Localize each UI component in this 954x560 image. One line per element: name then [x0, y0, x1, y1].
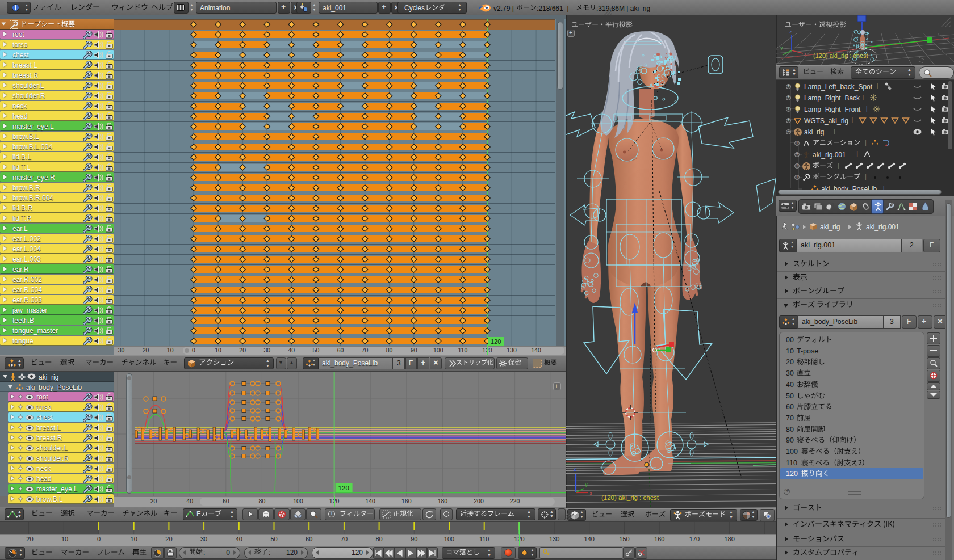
svg-text:x: x [804, 51, 807, 57]
svg-text:120: 120 [491, 338, 501, 345]
svg-text:120: 120 [338, 485, 349, 491]
svg-text:y: y [780, 45, 783, 50]
svg-text:z: z [574, 466, 576, 472]
svg-text:y: y [585, 481, 588, 487]
svg-text:x: x [589, 490, 592, 496]
